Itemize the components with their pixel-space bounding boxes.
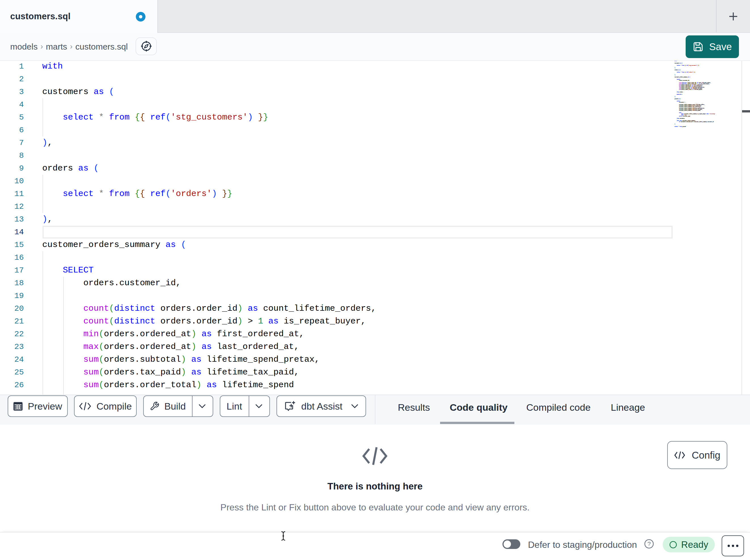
svg-text:?: ? (647, 540, 651, 547)
